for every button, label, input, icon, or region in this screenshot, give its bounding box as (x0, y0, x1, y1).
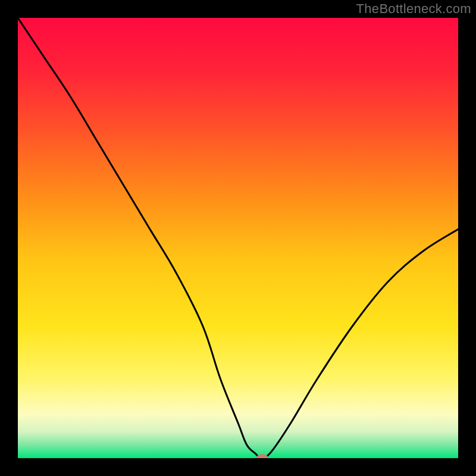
chart-svg (18, 18, 458, 458)
gradient-background (18, 18, 458, 458)
chart-frame: TheBottleneck.com (0, 0, 476, 476)
plot-area (18, 18, 458, 458)
watermark-text: TheBottleneck.com (356, 1, 471, 17)
